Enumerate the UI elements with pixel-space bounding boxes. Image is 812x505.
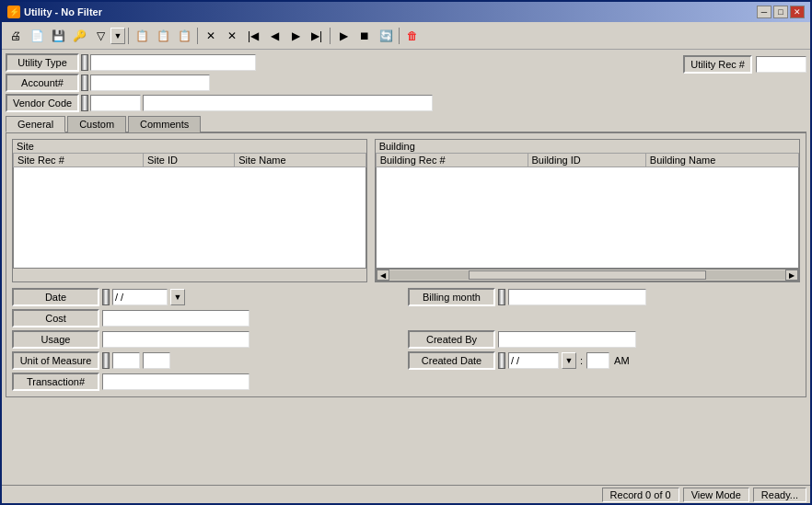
created-date-row: Created Date ▼ : AM — [408, 351, 800, 370]
toolbar-stop[interactable]: ⏹ — [354, 26, 375, 46]
toolbar-cut1[interactable]: ✕ — [201, 26, 221, 46]
status-bar: Record 0 of 0 View Mode Ready... — [2, 485, 810, 503]
vendor-code-input1[interactable] — [90, 95, 141, 111]
site-col-id: Site ID — [144, 154, 235, 167]
date-input[interactable] — [112, 289, 168, 305]
utility-type-input[interactable] — [90, 54, 256, 71]
tab-bar: General Custom Comments — [6, 115, 806, 132]
am-label: AM — [614, 355, 630, 366]
account-label: Account# — [6, 74, 79, 92]
building-col-rec: Building Rec # — [376, 154, 528, 167]
site-col-rec: Site Rec # — [14, 154, 144, 167]
toolbar-nav-next[interactable]: ▶ — [285, 26, 306, 46]
vendor-code-row: Vendor Code — [6, 94, 433, 112]
toolbar-copy1[interactable]: 📋 — [132, 26, 152, 46]
tab-general[interactable]: General — [6, 116, 65, 132]
uom-input2[interactable] — [143, 352, 170, 369]
transaction-label: Transaction# — [12, 373, 99, 391]
utility-type-label: Utility Type — [6, 53, 79, 72]
created-by-row: Created By — [408, 330, 800, 349]
site-table-body — [13, 167, 366, 269]
toolbar-print[interactable]: 🖨 — [6, 26, 26, 46]
ready-status: Ready... — [753, 488, 806, 502]
cost-input[interactable] — [102, 310, 249, 327]
created-date-dropdown[interactable]: ▼ — [562, 352, 576, 369]
toolbar: 🖨 📄 💾 🔑 ▽ ▼ 📋 📋 📋 ✕ ✕ |◀ ◀ ▶ ▶| ▶ ⏹ 🔄 🗑 — [2, 22, 810, 50]
transaction-row: Transaction# — [12, 373, 404, 391]
utility-rec-input[interactable] — [756, 56, 806, 73]
account-row: Account# — [6, 74, 433, 92]
cost-label: Cost — [12, 309, 99, 327]
sep1 — [128, 28, 129, 44]
billing-month-label: Billing month — [408, 288, 495, 306]
building-title: Building — [376, 140, 799, 153]
usage-label: Usage — [12, 330, 99, 349]
toolbar-filter[interactable]: ▽ — [90, 26, 110, 46]
vendor-code-input2[interactable] — [143, 95, 433, 111]
date-dropdown[interactable]: ▼ — [170, 289, 185, 305]
uom-input1[interactable] — [112, 352, 140, 369]
sep2 — [197, 28, 198, 44]
scroll-left-btn[interactable]: ◀ — [377, 270, 389, 281]
usage-input[interactable] — [102, 331, 249, 348]
toolbar-copy3[interactable]: 📋 — [174, 26, 194, 46]
utility-type-row: Utility Type — [6, 53, 433, 72]
site-table: Site Rec # Site ID Site Name — [13, 153, 366, 167]
time-colon: : — [580, 355, 583, 366]
toolbar-new[interactable]: 📄 — [27, 26, 47, 46]
account-divider — [81, 75, 88, 91]
transaction-input[interactable] — [102, 373, 249, 390]
billing-divider — [498, 289, 505, 305]
toolbar-lock[interactable]: 🔑 — [69, 26, 89, 46]
utility-rec-label: Utility Rec # — [683, 55, 752, 74]
created-date-divider — [498, 352, 505, 369]
scroll-right-btn[interactable]: ▶ — [785, 270, 798, 281]
site-section: Site Site Rec # Site ID Site Name — [12, 139, 367, 282]
unit-of-measure-label: Unit of Measure — [12, 351, 99, 370]
vendor-code-divider — [81, 95, 88, 111]
toolbar-nav-prev[interactable]: ◀ — [264, 26, 284, 46]
vendor-code-label: Vendor Code — [6, 94, 79, 112]
billing-month-input[interactable] — [508, 289, 646, 305]
building-col-id: Building ID — [528, 154, 645, 167]
view-mode: View Mode — [683, 488, 749, 502]
toolbar-save[interactable]: 💾 — [48, 26, 68, 46]
toolbar-cut2[interactable]: ✕ — [222, 26, 242, 46]
tab-custom[interactable]: Custom — [67, 116, 126, 132]
building-table: Building Rec # Building ID Building Name — [376, 153, 799, 167]
scroll-thumb[interactable] — [469, 270, 706, 280]
usage-row: Usage — [12, 330, 404, 349]
utility-rec-row: Utility Rec # — [683, 55, 806, 74]
toolbar-nav-first[interactable]: |◀ — [243, 26, 263, 46]
date-label: Date — [12, 288, 99, 306]
building-col-name: Building Name — [645, 154, 798, 167]
building-scrollbar[interactable]: ◀ ▶ — [376, 269, 799, 281]
cost-row: Cost — [12, 309, 404, 327]
account-input[interactable] — [90, 75, 210, 91]
maximize-button[interactable]: □ — [773, 6, 788, 18]
created-date-label: Created Date — [408, 351, 495, 370]
toolbar-nav-last[interactable]: ▶| — [307, 26, 327, 46]
minimize-button[interactable]: ─ — [757, 6, 771, 18]
title-bar: ⚡ Utility - No Filter ─ □ ✕ — [2, 2, 810, 22]
created-by-input[interactable] — [498, 331, 636, 348]
site-title: Site — [13, 140, 366, 153]
tab-comments[interactable]: Comments — [128, 116, 201, 132]
toolbar-refresh[interactable]: 🔄 — [376, 26, 396, 46]
toolbar-copy2[interactable]: 📋 — [153, 26, 173, 46]
date-row: Date ▼ — [12, 288, 404, 306]
close-button[interactable]: ✕ — [790, 6, 805, 18]
site-col-name: Site Name — [235, 154, 365, 167]
toolbar-filter-dropdown[interactable]: ▼ — [110, 28, 125, 44]
building-table-body — [376, 167, 799, 269]
scroll-track — [389, 270, 785, 280]
toolbar-nav-fwd[interactable]: ▶ — [333, 26, 354, 46]
utility-type-divider — [81, 54, 88, 71]
created-time-input[interactable] — [586, 352, 609, 369]
billing-month-row: Billing month — [408, 288, 800, 306]
uom-divider — [102, 352, 110, 369]
toolbar-delete[interactable]: 🗑 — [402, 26, 423, 46]
app-icon: ⚡ — [7, 6, 20, 18]
created-date-input[interactable] — [508, 352, 559, 369]
building-section: Building Building Rec # Building ID Buil… — [375, 139, 800, 282]
